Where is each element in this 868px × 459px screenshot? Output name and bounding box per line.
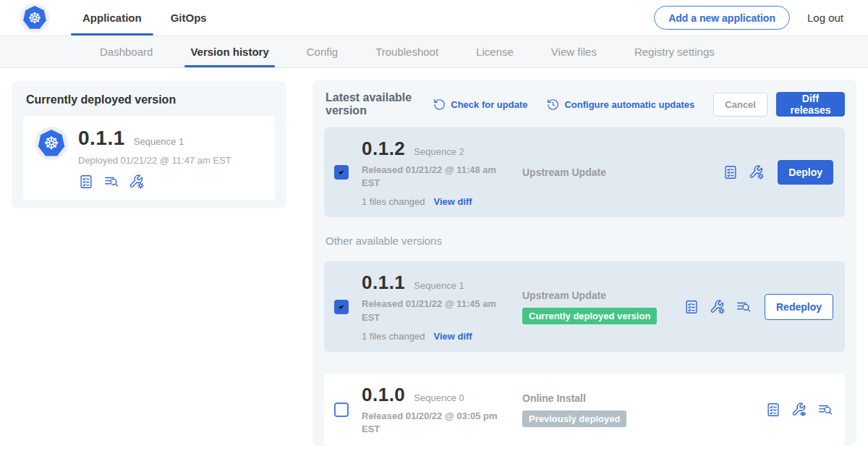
subnav-tab-license[interactable]: License	[457, 36, 532, 67]
top-nav: ☸ Application GitOps Add a new applicati…	[0, 0, 868, 36]
version-row: 0.1.0 Sequence 0 Released 01/20/22 @ 03:…	[324, 374, 845, 446]
previously-deployed-badge: Previously deployed	[522, 410, 626, 427]
admin-console-screen: ☸ Application GitOps Add a new applicati…	[0, 0, 868, 459]
sequence-label: Sequence 1	[414, 280, 464, 291]
configure-automatic-updates-link[interactable]: Configure automatic updates	[546, 98, 694, 111]
kubernetes-logo: ☸	[20, 4, 49, 33]
deploy-button[interactable]: Deploy	[778, 160, 833, 185]
version-number: 0.1.0	[362, 384, 405, 406]
released-timestamp: Released 01/21/22 @ 11:45 am EST	[362, 298, 501, 324]
view-files-icon[interactable]	[736, 299, 752, 315]
currently-deployed-title: Currently deployed version	[26, 93, 275, 106]
subnav-tab-dashboard[interactable]: Dashboard	[81, 36, 171, 67]
kubernetes-helm-icon: ☸	[38, 130, 65, 157]
version-source-label: Upstream Update	[522, 290, 684, 301]
app-logo: ☸	[35, 127, 68, 160]
version-source-label: Upstream Update	[522, 167, 723, 178]
version-number: 0.1.2	[362, 138, 405, 160]
diff-releases-button[interactable]: Diff releases	[776, 92, 845, 117]
subnav-tab-config[interactable]: Config	[288, 36, 357, 67]
version-source-label: Online Install	[522, 392, 765, 404]
subnav-tab-version-history[interactable]: Version history	[171, 36, 287, 67]
released-timestamp: Released 01/20/22 @ 03:05 pm EST	[362, 410, 501, 436]
view-config-icon[interactable]	[791, 402, 807, 418]
subnav-tab-troubleshoot[interactable]: Troubleshoot	[357, 36, 457, 67]
refresh-icon	[433, 98, 446, 111]
available-versions-panel: Latest available version Check for updat…	[312, 80, 856, 446]
version-checkbox[interactable]	[334, 403, 349, 417]
other-versions-title: Other available versions	[326, 235, 845, 247]
cancel-button[interactable]: Cancel	[713, 93, 767, 117]
preflight-checks-icon[interactable]	[765, 402, 781, 418]
edit-config-icon[interactable]	[749, 164, 765, 180]
redeploy-button[interactable]: Redeploy	[765, 294, 833, 320]
version-checkbox[interactable]	[334, 300, 349, 314]
check-for-update-link[interactable]: Check for update	[433, 98, 527, 111]
version-number: 0.1.1	[362, 271, 405, 294]
sequence-label: Sequence 0	[414, 392, 464, 403]
panel-header: Latest available version Check for updat…	[324, 91, 845, 117]
currently-deployed-card: Currently deployed version ☸ 0.1.1 Seque…	[12, 81, 286, 209]
deployed-version-box: ☸ 0.1.1 Sequence 1 Deployed 01/21/22 @ 1…	[23, 116, 275, 201]
sequence-label: Sequence 2	[414, 146, 464, 157]
view-diff-link[interactable]: View diff	[433, 331, 472, 342]
version-row: 0.1.1 Sequence 1 Released 01/21/22 @ 11:…	[324, 261, 845, 351]
latest-available-title: Latest available version	[326, 91, 421, 117]
edit-config-icon[interactable]	[129, 174, 145, 190]
deployed-timestamp: Deployed 01/21/22 @ 11:47 am EST	[78, 155, 231, 166]
kubernetes-helm-icon: ☸	[23, 6, 47, 30]
files-changed-label: 1 files changed	[362, 196, 425, 207]
add-application-button[interactable]: Add a new application	[654, 6, 790, 30]
schedule-update-icon	[546, 98, 560, 111]
tab-application[interactable]: Application	[68, 0, 156, 35]
preflight-checks-icon[interactable]	[684, 299, 699, 315]
subnav-tab-registry-settings[interactable]: Registry settings	[616, 36, 733, 67]
sub-nav: Dashboard Version history Config Trouble…	[0, 36, 868, 68]
version-checkbox[interactable]	[334, 165, 349, 180]
view-diff-link[interactable]: View diff	[433, 196, 472, 207]
preflight-checks-icon[interactable]	[78, 174, 94, 190]
deployed-sequence-label: Sequence 1	[134, 136, 184, 147]
tab-gitops[interactable]: GitOps	[156, 0, 221, 35]
view-files-icon[interactable]	[817, 402, 833, 418]
preflight-checks-icon[interactable]	[723, 164, 739, 180]
version-row: 0.1.2 Sequence 2 Released 01/21/22 @ 11:…	[324, 127, 845, 217]
subnav-tab-view-files[interactable]: View files	[532, 36, 616, 67]
files-changed-label: 1 files changed	[362, 331, 425, 342]
currently-deployed-badge: Currently deployed version	[522, 308, 657, 324]
edit-config-icon[interactable]	[710, 299, 726, 315]
released-timestamp: Released 01/21/22 @ 11:48 am EST	[362, 164, 501, 190]
view-files-icon[interactable]	[103, 174, 119, 190]
logout-link[interactable]: Log out	[807, 12, 843, 24]
app-tabs: Application GitOps	[68, 0, 221, 35]
deployed-version-number: 0.1.1	[78, 127, 125, 150]
